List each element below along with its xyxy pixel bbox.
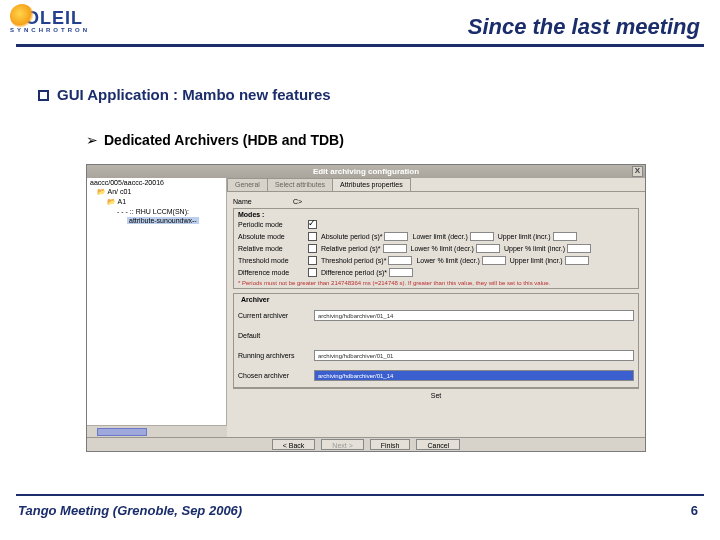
tab-attributes-properties[interactable]: Attributes properties: [332, 178, 411, 191]
logo: SOLEIL SYNCHROTRON: [10, 8, 90, 33]
name-value: C>: [293, 198, 639, 205]
rel-upper-input[interactable]: [567, 244, 591, 253]
thr-period-input[interactable]: [388, 256, 412, 265]
footer-text: Tango Meeting (Grenoble, Sep 2006): [18, 503, 242, 518]
modes-box: Modes : Periodic mode Absolute mode Abso…: [233, 208, 639, 289]
footer-rule: [16, 494, 704, 496]
running-archivers-label: Running archivers: [238, 352, 308, 359]
rel-period-label: Relative period (s)*: [321, 245, 381, 252]
relative-checkbox[interactable]: [308, 244, 317, 253]
absolute-checkbox[interactable]: [308, 232, 317, 241]
scrollbar-thumb[interactable]: [97, 428, 147, 436]
arrow-bullet-icon: ➢: [86, 132, 98, 148]
tree-attribute[interactable]: attribute-sunoundwx--: [87, 216, 226, 225]
dialog-title: Edit archiving configuration: [87, 165, 645, 178]
periodic-label: Periodic mode: [238, 221, 304, 228]
tree-device[interactable]: 📂 An/ c01: [87, 187, 226, 197]
thr-lower-label: Lower % limit (decr.): [416, 257, 479, 264]
bullet-level-1: GUI Application : Mambo new features: [38, 86, 331, 103]
rel-upper-label: Upper % limit (incr.): [504, 245, 565, 252]
nav-buttons: < Back Next > Finish Cancel: [87, 437, 645, 451]
tab-general[interactable]: General: [227, 178, 268, 191]
abs-period-label: Absolute period (s)*: [321, 233, 382, 240]
tabs: General Select attributes Attributes pro…: [227, 178, 645, 192]
name-label: Name: [233, 198, 293, 205]
set-bar: Set: [233, 388, 639, 402]
difference-label: Difference mode: [238, 269, 304, 276]
tab-select-attributes[interactable]: Select attributes: [267, 178, 333, 191]
current-archiver-value: archiving/hdbarchiver/01_14: [314, 310, 634, 321]
running-archivers-value[interactable]: archiving/hdbarchiver/01_01: [314, 350, 634, 361]
page-number: 6: [691, 503, 698, 518]
current-archiver-label: Current archiver: [238, 312, 308, 319]
bullet-level-2: ➢Dedicated Archivers (HDB and TDB): [86, 132, 344, 148]
thr-upper-label: Upper limit (incr.): [510, 257, 563, 264]
form-zone: Name C> Modes : Periodic mode Absolute m…: [227, 192, 645, 451]
periodic-checkbox[interactable]: [308, 220, 317, 229]
rel-period-input[interactable]: [383, 244, 407, 253]
finish-button[interactable]: Finish: [370, 439, 411, 450]
bullet1-text: GUI Application : Mambo new features: [57, 86, 331, 103]
abs-upper-label: Upper limit (incr.): [498, 233, 551, 240]
archiver-legend: Archiver: [238, 296, 272, 303]
thr-upper-input[interactable]: [565, 256, 589, 265]
next-button: Next >: [321, 439, 363, 450]
default-label: Default: [238, 332, 308, 339]
threshold-label: Threshold mode: [238, 257, 304, 264]
slide-title: Since the last meeting: [468, 14, 700, 40]
archiver-box: Archiver Current archiver archiving/hdba…: [233, 293, 639, 388]
relative-label: Relative mode: [238, 245, 304, 252]
header-rule: [16, 44, 704, 47]
tree-root[interactable]: aaccc/005/aaccc-20016: [87, 178, 226, 187]
period-warning: * Periods must not be greater than 21474…: [238, 280, 634, 286]
tree-pane[interactable]: aaccc/005/aaccc-20016 📂 An/ c01 📂 A1 - -…: [87, 178, 227, 451]
close-icon[interactable]: X: [632, 166, 643, 177]
back-button[interactable]: < Back: [272, 439, 316, 450]
dialog-titlebar[interactable]: Edit archiving configuration X: [87, 165, 645, 178]
dif-period-input[interactable]: [389, 268, 413, 277]
tree-leaf[interactable]: - - - :: RHU LCCM(SN):: [87, 207, 226, 216]
modes-label: Modes :: [238, 211, 634, 218]
square-bullet-icon: [38, 90, 49, 101]
absolute-label: Absolute mode: [238, 233, 304, 240]
bullet2-text: Dedicated Archivers (HDB and TDB): [104, 132, 344, 148]
tree-scrollbar[interactable]: [87, 425, 227, 437]
thr-period-label: Threshold period (s)*: [321, 257, 386, 264]
rel-lower-input[interactable]: [476, 244, 500, 253]
abs-lower-label: Lower limit (decr.): [412, 233, 467, 240]
tree-child[interactable]: 📂 A1: [87, 197, 226, 207]
chosen-archiver-label: Chosen archiver: [238, 372, 308, 379]
abs-upper-input[interactable]: [553, 232, 577, 241]
set-button[interactable]: Set: [431, 392, 442, 399]
abs-period-input[interactable]: [384, 232, 408, 241]
threshold-checkbox[interactable]: [308, 256, 317, 265]
sun-icon: [10, 4, 34, 28]
right-pane: General Select attributes Attributes pro…: [227, 178, 645, 451]
thr-lower-input[interactable]: [482, 256, 506, 265]
difference-checkbox[interactable]: [308, 268, 317, 277]
rel-lower-label: Lower % limit (decr.): [411, 245, 474, 252]
chosen-archiver-value[interactable]: archiving/hdbarchiver/01_14: [314, 370, 634, 381]
cancel-button[interactable]: Cancel: [416, 439, 460, 450]
abs-lower-input[interactable]: [470, 232, 494, 241]
dialog: Edit archiving configuration X aaccc/005…: [86, 164, 646, 452]
dif-period-label: Difference period (s)*: [321, 269, 387, 276]
